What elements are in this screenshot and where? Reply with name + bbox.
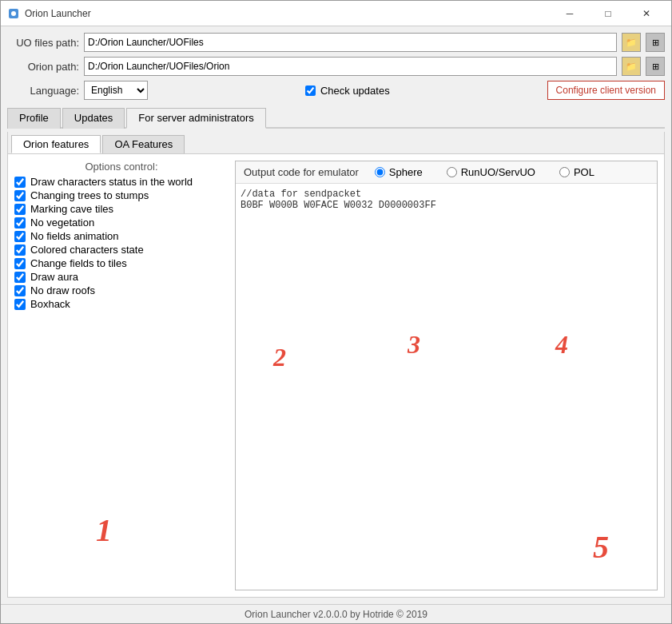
draw-aura-checkbox[interactable] xyxy=(14,272,26,283)
change-fields-checkbox[interactable] xyxy=(14,258,26,269)
title-bar: Orion Launcher ─ □ ✕ xyxy=(1,1,671,26)
maximize-button[interactable]: □ xyxy=(590,2,626,26)
list-item[interactable]: Draw aura xyxy=(14,271,229,283)
colored-chars-label: Colored characters state xyxy=(30,244,144,256)
no-draw-roofs-checkbox[interactable] xyxy=(14,285,26,296)
draw-aura-label: Draw aura xyxy=(30,271,78,283)
tab-profile[interactable]: Profile xyxy=(7,108,61,129)
no-veg-checkbox[interactable] xyxy=(14,217,26,229)
language-select[interactable]: English xyxy=(84,81,148,100)
status-bar: Orion Launcher v2.0.0.0 by Hotride © 201… xyxy=(1,604,671,623)
app-icon xyxy=(7,7,20,20)
change-trees-checkbox[interactable] xyxy=(14,190,26,201)
list-item[interactable]: Draw characters status in the world xyxy=(14,176,229,188)
colored-chars-checkbox[interactable] xyxy=(14,244,26,256)
uo-files-browse-folder-button[interactable]: 📁 xyxy=(622,33,641,52)
check-updates-area: Check updates xyxy=(153,85,543,97)
panel-container: Options control: Draw characters status … xyxy=(8,154,664,597)
main-content: UO files path: 📁 ⊞ Orion path: 📁 ⊞ Langu… xyxy=(1,26,671,604)
language-row: Language: English Check updates Configur… xyxy=(7,81,665,100)
list-item[interactable]: Change fields to tiles xyxy=(14,257,229,269)
draw-chars-checkbox[interactable] xyxy=(14,177,26,188)
main-window: Orion Launcher ─ □ ✕ UO files path: 📁 ⊞ … xyxy=(0,0,672,624)
list-item[interactable]: Marking cave tiles xyxy=(14,203,229,215)
uo-files-input[interactable] xyxy=(84,33,617,52)
pol-radio-item[interactable]: POL xyxy=(559,166,594,178)
status-text: Orion Launcher v2.0.0.0 by Hotride © 201… xyxy=(245,609,427,620)
mark-cave-label: Marking cave tiles xyxy=(30,203,113,215)
tab-server-admin[interactable]: For server administrators xyxy=(126,108,265,129)
options-control-label: Options control: xyxy=(14,161,229,173)
pol-radio[interactable] xyxy=(559,167,570,177)
main-tab-bar: Profile Updates For server administrator… xyxy=(7,108,665,129)
check-updates-checkbox[interactable] xyxy=(305,85,316,96)
language-label: Language: xyxy=(7,85,79,97)
orion-path-browse-button[interactable]: ⊞ xyxy=(646,57,665,76)
svg-point-1 xyxy=(11,11,16,16)
tab-updates[interactable]: Updates xyxy=(62,108,125,129)
checkbox-list: Draw characters status in the world Chan… xyxy=(14,176,229,310)
orion-path-row: Orion path: 📁 ⊞ xyxy=(7,57,665,76)
window-controls: ─ □ ✕ xyxy=(551,2,665,26)
runuo-radio-item[interactable]: RunUO/ServUO xyxy=(447,166,535,178)
check-updates-label[interactable]: Check updates xyxy=(320,85,390,97)
mark-cave-checkbox[interactable] xyxy=(14,204,26,215)
list-item[interactable]: Colored characters state xyxy=(14,244,229,256)
no-fields-anim-checkbox[interactable] xyxy=(14,231,26,242)
output-header: Output code for emulator Sphere RunUO/Se… xyxy=(236,161,657,184)
orion-path-browse-folder-button[interactable]: 📁 xyxy=(622,57,641,76)
tab-orion-features[interactable]: Orion features xyxy=(11,135,101,153)
inner-tab-bar: Orion features OA Features xyxy=(8,132,664,154)
draw-chars-label: Draw characters status in the world xyxy=(30,176,193,188)
no-veg-label: No vegetation xyxy=(30,217,94,229)
no-fields-anim-label: No fields animation xyxy=(30,230,119,242)
list-item[interactable]: No fields animation xyxy=(14,230,229,242)
list-item[interactable]: No draw roofs xyxy=(14,284,229,296)
runuo-radio[interactable] xyxy=(447,167,457,177)
uo-files-browse-button[interactable]: ⊞ xyxy=(646,33,665,52)
orion-path-label: Orion path: xyxy=(7,61,79,73)
no-draw-roofs-label: No draw roofs xyxy=(30,284,95,296)
output-label: Output code for emulator xyxy=(244,166,359,178)
configure-client-button[interactable]: Configure client version xyxy=(547,81,665,100)
boxhack-label: Boxhack xyxy=(30,298,70,310)
left-panel: Options control: Draw characters status … xyxy=(14,161,229,590)
sphere-radio-item[interactable]: Sphere xyxy=(375,166,423,178)
list-item[interactable]: No vegetation xyxy=(14,217,229,229)
list-item[interactable]: Changing trees to stumps xyxy=(14,189,229,201)
window-title: Orion Launcher xyxy=(25,8,551,19)
close-button[interactable]: ✕ xyxy=(628,2,665,26)
uo-files-label: UO files path: xyxy=(7,37,79,49)
minimize-button[interactable]: ─ xyxy=(551,2,588,26)
right-panel: Output code for emulator Sphere RunUO/Se… xyxy=(235,161,658,590)
panel-area: Options control: Draw characters status … xyxy=(8,154,664,597)
boxhack-checkbox[interactable] xyxy=(14,299,26,310)
orion-path-input[interactable] xyxy=(84,57,617,76)
pol-label: POL xyxy=(574,166,594,178)
change-trees-label: Changing trees to stumps xyxy=(30,189,149,201)
sphere-label: Sphere xyxy=(389,166,423,178)
tab-content-area: Orion features OA Features Options contr… xyxy=(7,132,665,598)
runuo-label: RunUO/ServUO xyxy=(461,166,535,178)
change-fields-label: Change fields to tiles xyxy=(30,257,127,269)
uo-files-row: UO files path: 📁 ⊞ xyxy=(7,33,665,52)
output-textarea[interactable]: //data for sendpacket B0BF W000B W0FACE … xyxy=(236,184,657,590)
emulator-radio-group: Sphere RunUO/ServUO POL xyxy=(375,166,594,178)
tab-oa-features[interactable]: OA Features xyxy=(102,135,185,153)
list-item[interactable]: Boxhack xyxy=(14,298,229,310)
sphere-radio[interactable] xyxy=(375,167,385,177)
